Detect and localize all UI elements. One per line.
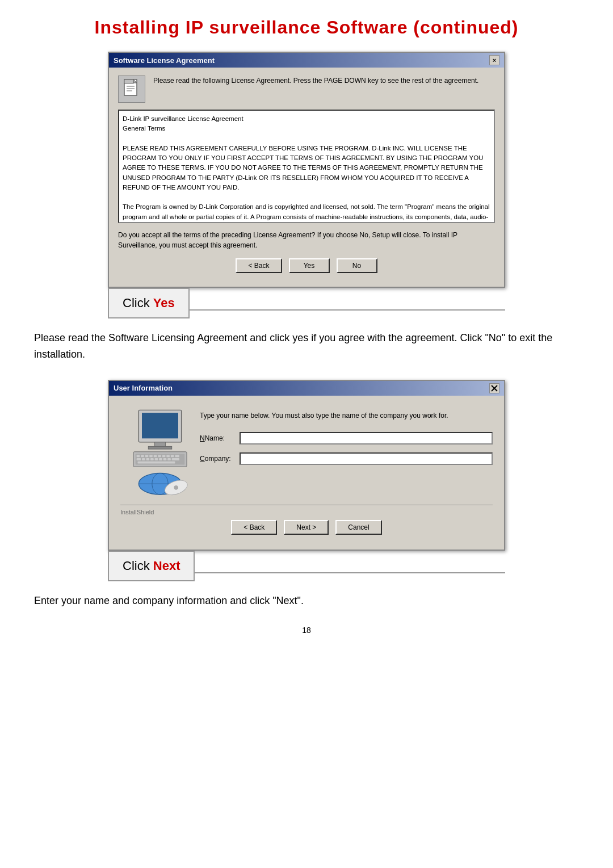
click-yes-highlight: Yes — [153, 296, 175, 310]
svg-rect-18 — [154, 455, 157, 457]
svg-rect-25 — [142, 458, 145, 460]
user-information-dialog: User Information — [108, 380, 505, 551]
svg-rect-9 — [142, 413, 178, 438]
license-agreement-dialog: Software License Agreement × Please read… — [108, 52, 505, 288]
license-line1: D-Link IP surveillance License Agreement — [123, 114, 490, 124]
svg-rect-15 — [141, 455, 144, 457]
license-dialog-close[interactable]: × — [489, 55, 499, 65]
user-back-button[interactable]: < Back — [231, 520, 277, 535]
svg-rect-31 — [167, 458, 171, 460]
svg-rect-33 — [137, 461, 175, 463]
installshield-label: InstallShield — [120, 505, 493, 515]
license-back-button[interactable]: < Back — [236, 258, 282, 273]
click-yes-callout: Click Yes — [108, 288, 190, 318]
svg-rect-14 — [137, 455, 140, 457]
svg-rect-1 — [124, 79, 133, 83]
user-dialog-buttons: < Back Next > Cancel — [120, 520, 493, 540]
license-dialog-titlebar: Software License Agreement × — [109, 53, 504, 68]
license-yes-button[interactable]: Yes — [289, 258, 330, 273]
license-no-button[interactable]: No — [337, 258, 377, 273]
license-text-area[interactable]: D-Link IP surveillance License Agreement… — [118, 110, 495, 223]
svg-rect-16 — [145, 455, 149, 457]
user-info-illustration — [120, 405, 200, 496]
company-label: Company: — [200, 455, 240, 463]
page-title: Installing IP surveillance Software (con… — [34, 17, 579, 38]
click-next-callout-wrapper: Click Next — [108, 551, 505, 581]
callout-yes-connector-line — [190, 309, 505, 311]
user-dialog-close[interactable] — [489, 383, 499, 393]
user-next-button[interactable]: Next > — [284, 520, 329, 535]
svg-rect-27 — [150, 458, 154, 460]
click-next-highlight: Next — [153, 559, 180, 573]
click-yes-callout-wrapper: Click Yes — [108, 288, 505, 318]
svg-rect-17 — [149, 455, 153, 457]
svg-rect-30 — [163, 458, 167, 460]
license-line2: General Terms — [123, 124, 490, 133]
svg-rect-22 — [171, 455, 174, 457]
svg-rect-20 — [162, 455, 166, 457]
svg-rect-29 — [159, 458, 162, 460]
svg-rect-28 — [155, 458, 158, 460]
svg-rect-11 — [148, 446, 171, 449]
license-buttons: < Back Yes No — [118, 258, 495, 279]
svg-rect-26 — [146, 458, 150, 460]
svg-rect-21 — [166, 455, 170, 457]
callout-next-connector-line — [195, 572, 505, 573]
description-1: Please read the Software Licensing Agree… — [34, 330, 579, 363]
user-cancel-button[interactable]: Cancel — [335, 520, 381, 535]
license-intro-text: Please read the following License Agreem… — [153, 76, 478, 86]
user-info-main-area: Type your name below. You must also type… — [120, 405, 493, 496]
company-input[interactable] — [240, 452, 493, 465]
page-number: 18 — [34, 626, 579, 635]
name-field-row: NName: — [200, 432, 493, 445]
user-dialog-title: User Information — [114, 384, 173, 392]
svg-rect-23 — [175, 455, 179, 457]
license-body: PLEASE READ THIS AGREEMENT CAREFULLY BEF… — [123, 144, 490, 223]
company-field-row: Company: — [200, 452, 493, 465]
click-yes-prefix: Click — [123, 296, 153, 310]
user-dialog-titlebar: User Information — [109, 381, 504, 396]
name-input[interactable] — [240, 432, 493, 445]
user-fields-area: Type your name below. You must also type… — [200, 405, 493, 496]
svg-rect-24 — [137, 458, 141, 460]
user-info-intro: Type your name below. You must also type… — [200, 410, 493, 421]
svg-rect-32 — [172, 458, 179, 460]
click-next-callout: Click Next — [108, 551, 195, 581]
user-info-body: Type your name below. You must also type… — [109, 396, 504, 550]
license-dialog-icon — [118, 76, 145, 103]
license-dialog-title: Software License Agreement — [114, 56, 215, 65]
svg-rect-19 — [158, 455, 161, 457]
description-2: Enter your name and company information … — [34, 593, 579, 609]
license-question: Do you accept all the terms of the prece… — [118, 230, 495, 250]
click-next-prefix: Click — [123, 559, 153, 573]
company-label-text: ompany: — [205, 455, 231, 463]
name-label: NName: — [200, 434, 240, 442]
